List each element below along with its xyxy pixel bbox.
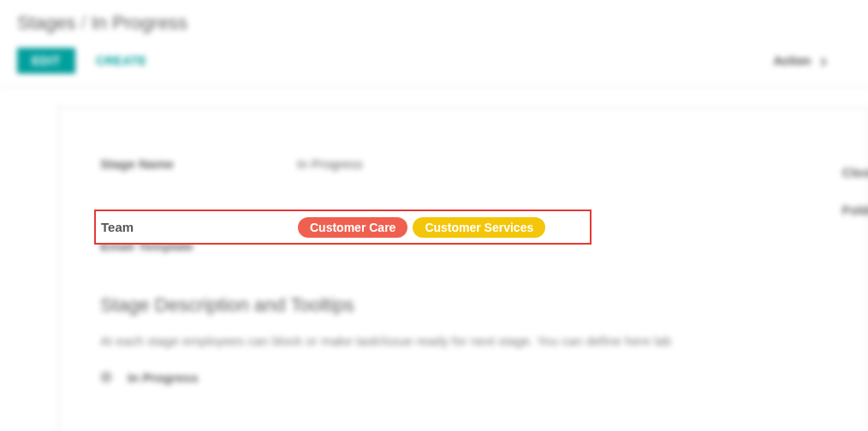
action-dropdown[interactable]: Action: [773, 54, 825, 68]
closing-label: Closin: [842, 165, 868, 180]
form-card: Stage Name In Progress Team Email Templa…: [58, 107, 868, 431]
stage-name-label: Stage Name: [100, 156, 297, 171]
breadcrumb: Stages / In Progress: [17, 12, 851, 34]
tag-customer-care[interactable]: Customer Care: [298, 217, 407, 238]
breadcrumb-parent[interactable]: Stages: [17, 12, 76, 34]
breadcrumb-separator: /: [81, 12, 86, 34]
action-label: Action: [773, 54, 811, 68]
section-description: At each stage employees can block or mak…: [100, 332, 826, 351]
create-button[interactable]: CREATE: [96, 54, 147, 68]
section-title: Stage Description and Tooltips: [100, 294, 826, 316]
team-tags: Customer Care Customer Services: [298, 217, 545, 238]
chevron-right-icon: [817, 54, 825, 68]
status-dot-icon: [100, 371, 112, 383]
team-row-highlight: Team Customer Care Customer Services: [94, 210, 592, 245]
folded-label: Folded: [842, 203, 868, 217]
sub-progress-label: In Progress: [128, 370, 199, 385]
edit-button[interactable]: EDIT: [17, 48, 75, 74]
stage-name-value: In Progress: [297, 156, 363, 171]
tag-customer-services[interactable]: Customer Services: [413, 217, 545, 238]
breadcrumb-current: In Progress: [92, 12, 188, 34]
team-label: Team: [101, 220, 298, 234]
